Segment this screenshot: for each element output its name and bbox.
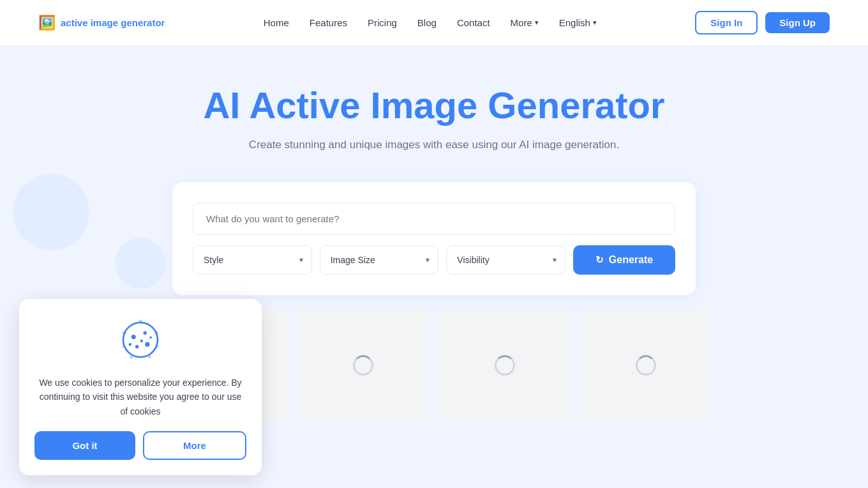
gotit-button[interactable]: Got it	[34, 431, 135, 460]
logo[interactable]: 🖼️ active image generator	[38, 15, 165, 31]
nav-more-dropdown[interactable]: More ▾	[511, 17, 539, 28]
image-card-2	[298, 308, 430, 423]
language-chevron-icon: ▾	[593, 19, 597, 27]
svg-point-11	[122, 346, 124, 348]
nav-blog[interactable]: Blog	[417, 17, 437, 28]
svg-point-10	[155, 331, 158, 334]
generate-label: Generate	[609, 254, 653, 266]
generate-button[interactable]: ↻ Generate	[573, 245, 675, 275]
more-cookie-button[interactable]: More	[143, 431, 246, 460]
svg-point-0	[123, 323, 158, 357]
nav-pricing[interactable]: Pricing	[368, 17, 397, 28]
svg-point-8	[138, 319, 142, 323]
svg-point-5	[140, 339, 144, 342]
cookie-text: We use cookies to personalize your exper…	[34, 376, 246, 418]
generate-box: Style Realistic Cartoon Abstract Waterco…	[172, 182, 696, 295]
chevron-down-icon: ▾	[535, 19, 539, 27]
nav-more-label: More	[511, 17, 532, 28]
svg-point-14	[148, 356, 151, 359]
nav-actions: Sign In Sign Up	[695, 11, 830, 34]
loading-spinner-2	[353, 355, 373, 376]
image-size-select[interactable]: Image Size 256x256 512x512 1024x1024	[320, 245, 439, 275]
image-size-dropdown-wrapper: Image Size 256x256 512x512 1024x1024 ▾	[320, 245, 439, 275]
style-dropdown-wrapper: Style Realistic Cartoon Abstract Waterco…	[193, 245, 312, 275]
refresh-icon: ↻	[595, 254, 604, 266]
cookie-buttons: Got it More	[34, 431, 246, 460]
logo-icon: 🖼️	[38, 15, 56, 31]
blob-decoration-left2	[115, 238, 166, 289]
svg-point-2	[144, 331, 147, 334]
visibility-select[interactable]: Visibility Public Private	[446, 245, 565, 275]
cookie-icon	[117, 317, 163, 363]
svg-point-6	[129, 343, 132, 346]
nav-contact[interactable]: Contact	[457, 17, 490, 28]
generate-controls: Style Realistic Cartoon Abstract Waterco…	[193, 245, 675, 275]
nav-language-dropdown[interactable]: English ▾	[559, 17, 597, 28]
hero-title: AI Active Image Generator	[203, 84, 664, 127]
signup-button[interactable]: Sign Up	[765, 12, 830, 33]
image-card-4	[581, 308, 712, 423]
svg-point-3	[145, 342, 149, 346]
nav-home[interactable]: Home	[264, 17, 289, 28]
generate-input[interactable]	[193, 202, 675, 235]
svg-point-9	[123, 331, 126, 334]
loading-spinner-3	[495, 355, 515, 376]
svg-point-4	[135, 345, 138, 348]
loading-spinner-4	[636, 355, 656, 376]
signin-button[interactable]: Sign In	[695, 11, 758, 34]
cookie-icon-container	[117, 317, 163, 365]
svg-point-1	[131, 335, 136, 339]
language-label: English	[559, 17, 590, 28]
visibility-dropdown-wrapper: Visibility Public Private ▾	[446, 245, 565, 275]
blob-decoration-left	[13, 174, 89, 250]
cookie-banner: We use cookies to personalize your exper…	[19, 299, 262, 475]
image-card-3	[439, 308, 571, 423]
logo-text: active image generator	[61, 17, 165, 28]
nav-links: Home Features Pricing Blog Contact More …	[264, 17, 597, 29]
navbar: 🖼️ active image generator Home Features …	[0, 0, 868, 46]
style-select[interactable]: Style Realistic Cartoon Abstract Waterco…	[193, 245, 312, 275]
svg-point-7	[149, 336, 152, 339]
svg-point-13	[130, 356, 133, 359]
nav-features[interactable]: Features	[310, 17, 347, 28]
hero-subtitle: Create stunning and unique images with e…	[249, 139, 619, 151]
svg-point-12	[156, 346, 159, 348]
